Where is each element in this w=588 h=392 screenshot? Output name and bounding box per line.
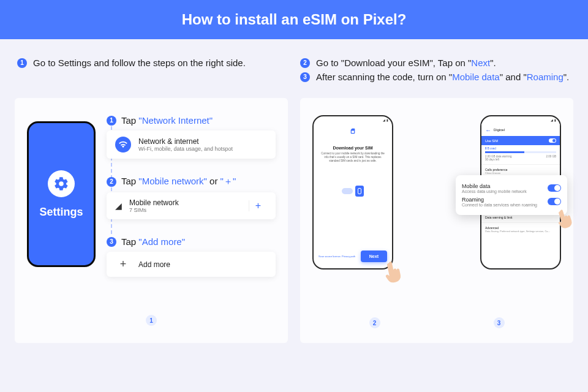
phone-settings-mock: Settings <box>27 121 96 267</box>
mobile-data-toggle[interactable] <box>548 184 561 192</box>
add-more-card[interactable]: + Add more <box>107 252 276 277</box>
panel-bottom-badge-1: 1 <box>146 315 157 326</box>
roaming-title: Roaming <box>462 197 543 203</box>
simcard-icon <box>355 186 364 197</box>
plus-icon[interactable]: + <box>249 200 267 211</box>
intro-right: 2 Go to "Download your eSIM", Tap on "Ne… <box>300 54 571 86</box>
advanced-row[interactable]: Advanced Data Saving, Preferred network … <box>481 223 560 236</box>
step-badge-3: 3 <box>107 237 116 247</box>
mock-carrier-settings-wrap: ◢▮ ← Digicel Use SIM 0 B used 2.00 GB da… <box>480 115 561 270</box>
network-internet-card[interactable]: Network & internet Wi-Fi, mobile, data u… <box>107 130 276 159</box>
carrier-name: Digicel <box>494 128 505 132</box>
mobile-data-title: Mobile data <box>462 183 543 189</box>
intro-right-line3: After scanning the code, turn on "Mobile… <box>316 72 569 82</box>
step-badge-1: 1 <box>107 116 116 126</box>
card-sub: Wi-Fi, mobile, data usage, and hotspot <box>138 146 233 152</box>
page-title: How to install an eSIM on Pixel? <box>182 11 407 28</box>
cloud-icon <box>342 188 353 194</box>
intro-badge-3: 3 <box>300 72 310 82</box>
use-sim-toggle[interactable] <box>549 138 556 143</box>
intro-right-line2: Go to "Download your eSIM", Tap on "Next… <box>316 58 496 68</box>
card-title: Network & internet <box>138 137 233 146</box>
panel-bottom-badge-2: 2 <box>369 317 380 328</box>
intro-badge-1: 1 <box>17 58 27 68</box>
panels-row: Settings 1 Tap "Network Internet" <box>0 96 588 345</box>
sim-icon <box>314 126 392 137</box>
panel-2: ◢▮ Download your SIM Connect to your mob… <box>300 98 573 343</box>
panel-bottom-badge-3: 3 <box>494 317 505 328</box>
signal-icon: ◢ <box>115 201 122 211</box>
download-sim-title: Download your SIM <box>314 146 392 150</box>
roaming-toggle[interactable] <box>548 198 561 205</box>
download-sim-desc: Connect to your mobile network by downlo… <box>314 150 392 165</box>
mock-download-sim: ◢▮ Download your SIM Connect to your mob… <box>312 115 393 270</box>
back-arrow-icon[interactable]: ← <box>485 127 491 134</box>
data-usage-block: 0 B used 2.00 GB data warning30 days lef… <box>481 145 560 165</box>
card-sub: 7 SIMs <box>129 207 179 213</box>
roaming-sub: Connect to data services when roaming <box>462 203 543 207</box>
next-button[interactable]: Next <box>361 251 387 262</box>
status-bar-icons: ◢▮ <box>314 116 392 124</box>
card-title: Add more <box>138 260 170 269</box>
intro-left: 1 Go to Settings and follow the steps on… <box>17 54 288 86</box>
intro-badge-2: 2 <box>300 58 310 68</box>
step-1: 1 Tap "Network Internet" Network & inter… <box>107 115 276 159</box>
mobile-data-popup: Mobile data Access data using mobile net… <box>456 175 567 215</box>
scan-hint-link[interactable]: Scan source license. Privacy path <box>318 255 355 258</box>
step-2: 2 Tap "Mobile network" or "＋" ◢ Mobile n… <box>107 176 276 219</box>
mobile-data-sub: Access data using mobile network <box>462 189 543 194</box>
wifi-icon <box>115 137 131 153</box>
panel-1: Settings 1 Tap "Network Internet" <box>15 98 288 343</box>
card-title: Mobile network <box>129 198 179 207</box>
usage-progress-bar <box>485 151 556 153</box>
gear-icon <box>48 170 75 197</box>
intro-row: 1 Go to Settings and follow the steps on… <box>0 39 588 96</box>
sim-cloud-graphic <box>314 186 392 197</box>
status-bar-icons: ◢▮ <box>481 116 560 124</box>
header: How to install an eSIM on Pixel? <box>0 0 588 39</box>
phone-settings-label: Settings <box>39 206 83 219</box>
step-badge-2: 2 <box>107 177 116 187</box>
pointer-hand-icon <box>383 259 405 284</box>
use-sim-row[interactable]: Use SIM <box>481 136 560 145</box>
plus-icon: + <box>115 258 131 271</box>
step-3: 3 Tap "Add more" + Add more <box>107 236 276 277</box>
steps-column: 1 Tap "Network Internet" Network & inter… <box>107 115 276 315</box>
mock-download-sim-wrap: ◢▮ Download your SIM Connect to your mob… <box>312 115 393 270</box>
mobile-network-card[interactable]: ◢ Mobile network 7 SIMs + <box>107 192 276 219</box>
intro-left-text: Go to Settings and follow the steps on t… <box>33 58 246 68</box>
